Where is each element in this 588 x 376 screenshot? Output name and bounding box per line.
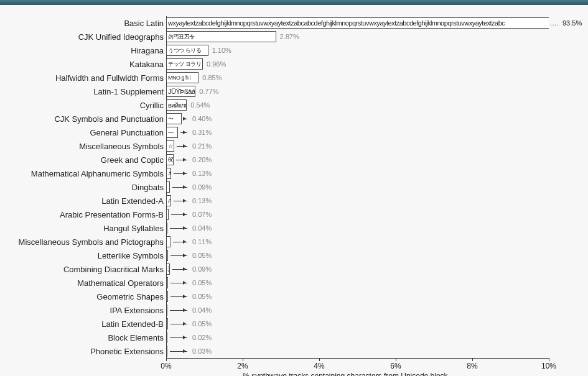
bar bbox=[166, 236, 170, 247]
unicode-block-chart: 0%2%4%6%8%10% Basic Latinwxyaytextzabcde… bbox=[0, 5, 588, 376]
window-topbar bbox=[0, 0, 588, 5]
bar-fill-text: ҉ bbox=[167, 267, 170, 272]
value-label: 0.04% bbox=[192, 306, 212, 314]
bar: ☆ bbox=[166, 140, 174, 152]
value-label: 0.07% bbox=[192, 211, 212, 218]
bar-fill-text: — bbox=[167, 130, 175, 135]
value-arrow bbox=[170, 228, 187, 229]
x-tick bbox=[549, 358, 549, 361]
bar: ҉ bbox=[166, 264, 170, 275]
category-label: Hangul Syllables bbox=[103, 224, 164, 233]
value-label: 0.05% bbox=[192, 279, 212, 287]
x-tick-label: 2% bbox=[237, 362, 248, 370]
x-axis-line bbox=[166, 358, 549, 359]
category-label: Halfwidth and Fullwidth Forms bbox=[55, 73, 164, 83]
bar bbox=[166, 277, 168, 288]
value-label: 0.09% bbox=[192, 265, 212, 273]
bar bbox=[166, 332, 167, 343]
bar-fill-text: вийклмн bbox=[167, 103, 187, 108]
value-arrow bbox=[170, 351, 187, 352]
bar: JÜÝÞßàáâãäå bbox=[166, 86, 195, 97]
bar-fill-text: wxyaytextzabcdefghijklmnopqrstuvwxyaytex… bbox=[167, 21, 506, 26]
category-label: CJK Symbols and Punctuation bbox=[54, 114, 164, 124]
chart-row: CJK Symbols and Punctuation〜0.40% bbox=[0, 112, 588, 126]
category-label: General Punctuation bbox=[90, 128, 164, 137]
category-label: Phonetic Extensions bbox=[90, 347, 164, 356]
bar bbox=[166, 291, 168, 302]
value-arrow bbox=[174, 173, 187, 174]
x-tick bbox=[472, 358, 473, 361]
x-tick-label: 0% bbox=[161, 362, 171, 370]
value-label: 0.05% bbox=[192, 252, 212, 259]
value-label: 0.09% bbox=[192, 183, 212, 191]
x-tick bbox=[319, 358, 320, 361]
value-label: 0.40% bbox=[192, 115, 212, 122]
value-label: 0.85% bbox=[202, 74, 222, 81]
value-arrow bbox=[177, 146, 187, 147]
category-label: Mathematical Operators bbox=[77, 278, 164, 288]
value-arrow bbox=[176, 160, 187, 160]
value-label: 93.5% bbox=[562, 19, 582, 27]
chart-row: Letterlike Symbols0.05% bbox=[0, 249, 588, 262]
chart-row: Geometric Shapes0.05% bbox=[0, 290, 588, 303]
value-label: 0.96% bbox=[207, 60, 226, 68]
chart-row: Katakanaテッツ ヨラリ0.96% bbox=[0, 57, 588, 71]
bar: — bbox=[166, 127, 178, 138]
value-label: 0.54% bbox=[190, 101, 210, 109]
value-arrow bbox=[172, 269, 187, 270]
category-label: Greek and Coptic bbox=[101, 155, 164, 165]
value-label: 1.10% bbox=[212, 47, 231, 54]
bar-fill-text: 〜 bbox=[167, 116, 175, 122]
value-arrow bbox=[171, 214, 187, 215]
bar: wxyaytextzabcdefghijklmnopqrstuvwxyaytex… bbox=[166, 17, 549, 29]
chart-row: Latin Extended-AĄā0.13% bbox=[0, 194, 588, 208]
value-arrow bbox=[170, 283, 187, 283]
value-arrow bbox=[170, 324, 187, 324]
bar-fill-text: テッツ ヨラリ bbox=[167, 62, 202, 67]
value-arrow bbox=[170, 255, 187, 256]
x-tick bbox=[243, 358, 243, 361]
chart-row: Block Elements0.02% bbox=[0, 331, 588, 344]
bar: 𝐀 bbox=[166, 168, 171, 179]
bar bbox=[166, 222, 167, 234]
chart-row: Arabic Presentation Forms-B0.07% bbox=[0, 208, 588, 221]
value-label: 0.21% bbox=[192, 142, 212, 150]
bar: うつつ らりる bbox=[166, 45, 208, 56]
value-label: 0.04% bbox=[192, 224, 212, 232]
overflow-dots: .... bbox=[550, 20, 559, 27]
value-label: 0.13% bbox=[192, 170, 212, 177]
category-label: Cyrillic bbox=[140, 101, 164, 110]
x-tick bbox=[396, 358, 396, 361]
chart-row: Hiraganaうつつ らりる1.10% bbox=[0, 44, 588, 57]
chart-row: Mathematical Operators0.05% bbox=[0, 276, 588, 290]
category-label: Hiragana bbox=[131, 46, 164, 55]
value-label: 0.77% bbox=[199, 88, 218, 95]
chart-row: Hangul Syllables0.04% bbox=[0, 221, 588, 235]
value-arrow bbox=[170, 337, 187, 338]
bar: テッツ ヨラリ bbox=[166, 58, 203, 70]
category-label: IPA Extensions bbox=[110, 306, 164, 315]
category-label: CJK Unified Ideographs bbox=[78, 32, 164, 42]
value-label: 0.02% bbox=[192, 334, 212, 341]
bar-fill-text: MNO g h i bbox=[167, 75, 192, 81]
value-arrow bbox=[170, 310, 187, 311]
bar: θδε bbox=[166, 154, 174, 165]
bar bbox=[166, 209, 169, 220]
x-tick-label: 8% bbox=[467, 362, 477, 370]
bar: Ąā bbox=[166, 195, 171, 206]
chart-row: Latin-1 SupplementJÜÝÞßàáâãäå0.77% bbox=[0, 85, 588, 98]
value-label: 0.11% bbox=[192, 238, 212, 245]
bar-fill-text: 𝐀 bbox=[167, 171, 171, 177]
chart-row: Phonetic Extensions0.03% bbox=[0, 344, 588, 358]
bar-fill-text: 勿丐丑丒专 bbox=[167, 34, 196, 40]
value-arrow bbox=[172, 187, 187, 188]
chart-row: Latin Extended-B0.05% bbox=[0, 317, 588, 331]
x-tick bbox=[166, 358, 167, 361]
chart-row: Greek and Copticθδε0.20% bbox=[0, 153, 588, 167]
value-label: 0.20% bbox=[192, 156, 212, 163]
category-label: Katakana bbox=[129, 60, 164, 69]
bar-fill-text: θδε bbox=[167, 157, 174, 163]
x-tick-label: 10% bbox=[541, 362, 556, 370]
category-label: Dingbats bbox=[132, 183, 164, 192]
chart-row: CJK Unified Ideographs勿丐丑丒专2.87% bbox=[0, 30, 588, 44]
